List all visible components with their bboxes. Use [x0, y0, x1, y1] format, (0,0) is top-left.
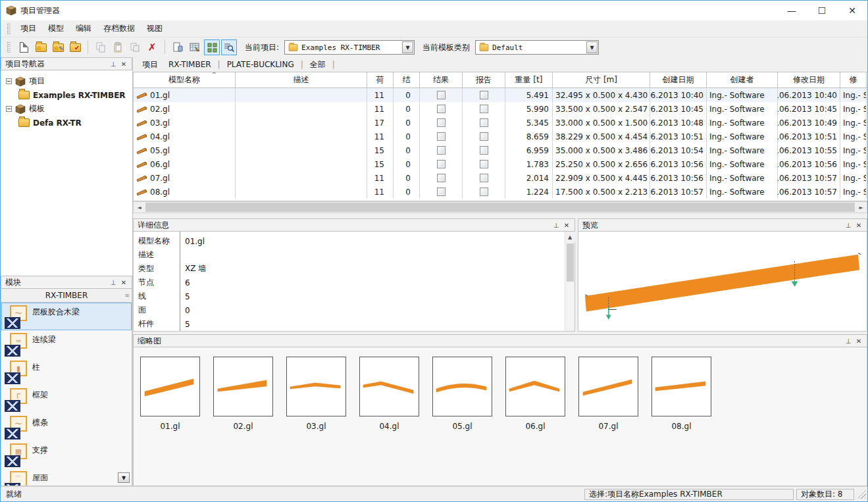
template-category-combobox[interactable]: Default ▼ — [475, 40, 599, 55]
current-project-combobox[interactable]: Examples RX-TIMBER ▼ — [284, 40, 415, 55]
thumbnail-item-6[interactable]: 07.gl — [578, 357, 638, 486]
module-item-6[interactable]: ⌒屋面 — [1, 468, 132, 486]
close-icon[interactable]: ✕ — [118, 59, 129, 69]
close-icon[interactable]: ✕ — [854, 336, 864, 346]
results-checkbox[interactable] — [437, 160, 446, 168]
menu-item-0[interactable]: 项目 — [14, 22, 42, 35]
new-model-button[interactable] — [16, 39, 32, 55]
rename-button[interactable] — [170, 39, 186, 55]
report-checkbox[interactable] — [480, 105, 488, 113]
copy-special-button[interactable] — [127, 39, 143, 55]
tree-node-1[interactable]: 模板 — [1, 102, 132, 116]
set-current-project-button[interactable]: ✔ — [67, 39, 83, 55]
column-header-8[interactable]: 创建日期 — [650, 72, 707, 88]
dropdown-arrow-icon[interactable]: ▼ — [402, 41, 413, 53]
pin-icon[interactable]: ⊥ — [108, 278, 118, 288]
paste-button[interactable] — [110, 39, 126, 55]
table-row[interactable]: 02.gl1105.99033.500 x 0.500 x 2.5471.06.… — [134, 102, 867, 116]
column-header-2[interactable]: 荷 — [367, 72, 394, 88]
table-horizontal-scrollbar[interactable]: ◄ ► — [133, 201, 867, 213]
close-icon[interactable]: ✕ — [118, 278, 129, 288]
report-checkbox[interactable] — [480, 146, 488, 155]
column-header-10[interactable]: 修改日期 — [778, 72, 840, 88]
tab-plate-buckling[interactable]: PLATE-BUCKLING — [223, 59, 298, 70]
column-header-3[interactable]: 结 — [394, 72, 420, 88]
scroll-up-icon[interactable]: ▲ — [565, 232, 575, 242]
column-header-6[interactable]: 重量 [t] — [505, 72, 553, 88]
menu-item-2[interactable]: 编辑 — [70, 22, 97, 35]
new-project-button[interactable]: ★ — [33, 39, 49, 55]
report-checkbox[interactable] — [480, 160, 488, 168]
report-checkbox[interactable] — [480, 132, 488, 141]
thumbnail-item-1[interactable]: 02.gl — [213, 357, 273, 486]
report-checkbox[interactable] — [480, 118, 488, 127]
table-row[interactable]: 08.gl1101.22417.500 x 0.500 x 2.2131.06.… — [134, 185, 867, 199]
report-checkbox[interactable] — [480, 188, 488, 196]
column-header-0[interactable]: 模型名称^ — [134, 72, 236, 88]
report-checkbox[interactable] — [480, 174, 488, 182]
module-item-5[interactable]: ▦支撑 — [1, 441, 132, 468]
table-row[interactable]: 03.gl1705.34533.000 x 0.500 x 1.5001.06.… — [134, 116, 867, 130]
module-group-header[interactable]: RX-TIMBER ≡ — [1, 289, 132, 303]
archive-button[interactable] — [187, 39, 203, 55]
module-item-3[interactable]: Γ框架 — [1, 386, 132, 413]
open-project-button[interactable]: ★✎ — [50, 39, 66, 55]
menu-grip[interactable] — [7, 24, 11, 34]
column-header-9[interactable]: 创建者 — [707, 72, 778, 88]
table-row[interactable]: 07.gl1102.01422.909 x 0.500 x 4.4451.06.… — [134, 171, 867, 185]
table-row[interactable]: 06.gl1501.78325.250 x 0.500 x 2.6561.06.… — [134, 157, 867, 171]
delete-button[interactable]: ✗ — [144, 39, 160, 55]
toolbar-grip[interactable] — [7, 42, 11, 53]
tree-node-0[interactable]: 项目 — [1, 74, 132, 88]
collapse-expander-icon[interactable] — [6, 78, 12, 84]
module-item-4[interactable]: 〜檩条 — [1, 413, 132, 441]
menu-item-4[interactable]: 视图 — [141, 22, 168, 35]
table-row[interactable]: 05.gl1506.95935.000 x 0.500 x 3.4861.06.… — [134, 143, 867, 157]
results-checkbox[interactable] — [437, 132, 446, 141]
resize-grip[interactable] — [857, 489, 866, 499]
minimize-button[interactable]: — — [777, 1, 807, 20]
table-row[interactable]: 04.gl1108.65938.229 x 0.500 x 4.4541.06.… — [134, 130, 867, 143]
column-header-7[interactable]: 尺寸 [m] — [553, 72, 650, 88]
column-header-5[interactable]: 报告 — [463, 72, 505, 88]
scrollbar-thumb[interactable] — [567, 243, 574, 282]
detail-preview-view-button[interactable] — [221, 39, 237, 55]
tab-全部[interactable]: 全部 — [306, 58, 330, 72]
pin-icon[interactable]: ⊥ — [843, 220, 854, 230]
table-row[interactable]: 01.gl1105.49132.495 x 0.500 x 4.4301.06.… — [134, 88, 867, 102]
tree-leaf-1-0[interactable]: Defa RX-TR — [1, 116, 132, 130]
module-item-0[interactable]: 〜层板胶合木梁 — [1, 303, 132, 330]
column-header-11[interactable]: 修 — [840, 72, 867, 88]
results-checkbox[interactable] — [437, 118, 446, 127]
thumbnail-item-7[interactable]: 08.gl — [651, 357, 711, 486]
menu-item-3[interactable]: 存档数据 — [97, 22, 141, 35]
maximize-button[interactable]: ☐ — [807, 1, 837, 20]
pin-icon[interactable]: ⊥ — [551, 220, 561, 230]
column-header-1[interactable]: 描述 — [236, 72, 367, 88]
tab-项目[interactable]: 项目 — [138, 58, 162, 72]
close-button[interactable]: ✕ — [837, 1, 867, 20]
tab-rx-timber[interactable]: RX-TIMBER — [165, 59, 215, 70]
group-menu-icon[interactable]: ≡ — [124, 292, 130, 299]
dropdown-arrow-icon[interactable]: ▼ — [586, 41, 598, 53]
thumbnail-item-5[interactable]: 06.gl — [505, 357, 565, 486]
thumbnail-item-4[interactable]: 05.gl — [432, 357, 492, 486]
results-checkbox[interactable] — [437, 146, 446, 155]
scrollbar-thumb[interactable] — [145, 203, 855, 212]
module-scroll-down-button[interactable]: ▼ — [118, 472, 130, 483]
results-checkbox[interactable] — [437, 174, 446, 182]
thumbnail-item-0[interactable]: 01.gl — [140, 357, 200, 486]
pin-icon[interactable]: ⊥ — [843, 336, 854, 346]
results-checkbox[interactable] — [437, 188, 446, 196]
column-header-4[interactable]: 结果 — [420, 72, 463, 88]
results-checkbox[interactable] — [437, 91, 446, 99]
thumbnail-view-button[interactable] — [204, 39, 220, 55]
scroll-left-icon[interactable]: ◄ — [134, 202, 145, 213]
close-icon[interactable]: ✕ — [854, 220, 864, 230]
module-item-1[interactable]: ═连续梁 — [1, 330, 132, 358]
preview-canvas[interactable] — [578, 232, 867, 332]
details-vertical-scrollbar[interactable]: ▲ — [565, 232, 574, 331]
scroll-right-icon[interactable]: ► — [855, 202, 867, 213]
copy-button[interactable] — [93, 39, 109, 55]
report-checkbox[interactable] — [480, 91, 488, 99]
